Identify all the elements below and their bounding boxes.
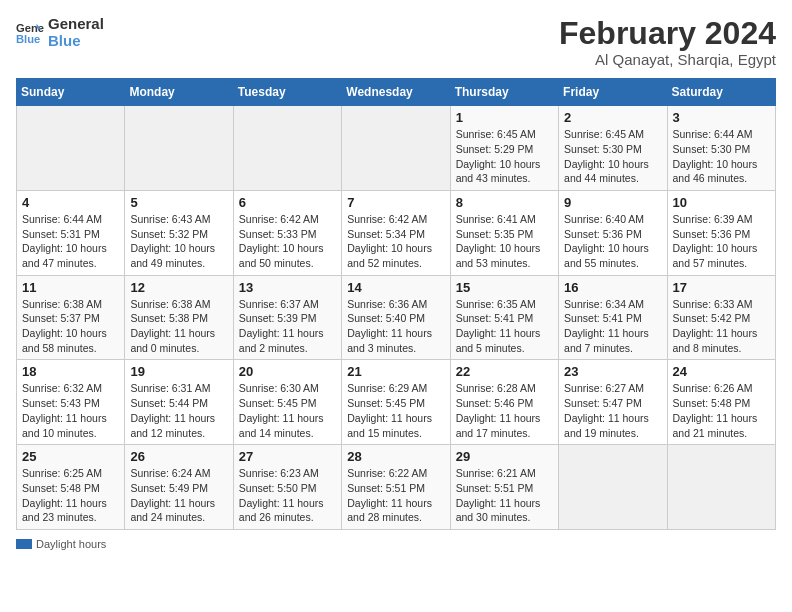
logo: General Blue General Blue <box>16 16 104 49</box>
calendar-cell: 22Sunrise: 6:28 AMSunset: 5:46 PMDayligh… <box>450 360 558 445</box>
day-info: Sunrise: 6:22 AMSunset: 5:51 PMDaylight:… <box>347 466 444 525</box>
day-info: Sunrise: 6:28 AMSunset: 5:46 PMDaylight:… <box>456 381 553 440</box>
day-number: 11 <box>22 280 119 295</box>
day-number: 29 <box>456 449 553 464</box>
day-number: 24 <box>673 364 770 379</box>
day-info: Sunrise: 6:29 AMSunset: 5:45 PMDaylight:… <box>347 381 444 440</box>
day-info: Sunrise: 6:26 AMSunset: 5:48 PMDaylight:… <box>673 381 770 440</box>
calendar-table: SundayMondayTuesdayWednesdayThursdayFrid… <box>16 78 776 530</box>
day-info: Sunrise: 6:40 AMSunset: 5:36 PMDaylight:… <box>564 212 661 271</box>
calendar-cell: 12Sunrise: 6:38 AMSunset: 5:38 PMDayligh… <box>125 275 233 360</box>
calendar-cell: 23Sunrise: 6:27 AMSunset: 5:47 PMDayligh… <box>559 360 667 445</box>
day-number: 20 <box>239 364 336 379</box>
calendar-cell: 15Sunrise: 6:35 AMSunset: 5:41 PMDayligh… <box>450 275 558 360</box>
day-number: 12 <box>130 280 227 295</box>
calendar-cell: 10Sunrise: 6:39 AMSunset: 5:36 PMDayligh… <box>667 190 775 275</box>
day-number: 25 <box>22 449 119 464</box>
calendar-cell: 4Sunrise: 6:44 AMSunset: 5:31 PMDaylight… <box>17 190 125 275</box>
day-number: 21 <box>347 364 444 379</box>
calendar-cell: 21Sunrise: 6:29 AMSunset: 5:45 PMDayligh… <box>342 360 450 445</box>
day-number: 4 <box>22 195 119 210</box>
day-info: Sunrise: 6:25 AMSunset: 5:48 PMDaylight:… <box>22 466 119 525</box>
svg-text:Blue: Blue <box>16 33 40 45</box>
day-info: Sunrise: 6:32 AMSunset: 5:43 PMDaylight:… <box>22 381 119 440</box>
calendar-cell: 8Sunrise: 6:41 AMSunset: 5:35 PMDaylight… <box>450 190 558 275</box>
day-info: Sunrise: 6:45 AMSunset: 5:29 PMDaylight:… <box>456 127 553 186</box>
day-number: 14 <box>347 280 444 295</box>
weekday-header: Monday <box>125 79 233 106</box>
calendar-cell <box>17 106 125 191</box>
calendar-cell <box>233 106 341 191</box>
day-number: 15 <box>456 280 553 295</box>
day-number: 1 <box>456 110 553 125</box>
day-number: 5 <box>130 195 227 210</box>
day-number: 26 <box>130 449 227 464</box>
legend-row: Daylight hours <box>16 538 776 550</box>
day-info: Sunrise: 6:44 AMSunset: 5:30 PMDaylight:… <box>673 127 770 186</box>
calendar-cell: 27Sunrise: 6:23 AMSunset: 5:50 PMDayligh… <box>233 445 341 530</box>
weekday-header: Sunday <box>17 79 125 106</box>
day-info: Sunrise: 6:39 AMSunset: 5:36 PMDaylight:… <box>673 212 770 271</box>
calendar-cell: 7Sunrise: 6:42 AMSunset: 5:34 PMDaylight… <box>342 190 450 275</box>
calendar-cell: 29Sunrise: 6:21 AMSunset: 5:51 PMDayligh… <box>450 445 558 530</box>
calendar-cell: 20Sunrise: 6:30 AMSunset: 5:45 PMDayligh… <box>233 360 341 445</box>
day-info: Sunrise: 6:36 AMSunset: 5:40 PMDaylight:… <box>347 297 444 356</box>
calendar-cell: 26Sunrise: 6:24 AMSunset: 5:49 PMDayligh… <box>125 445 233 530</box>
day-info: Sunrise: 6:41 AMSunset: 5:35 PMDaylight:… <box>456 212 553 271</box>
day-number: 7 <box>347 195 444 210</box>
calendar-cell <box>559 445 667 530</box>
weekday-header: Thursday <box>450 79 558 106</box>
logo-general: General <box>48 16 104 33</box>
calendar-week-row: 11Sunrise: 6:38 AMSunset: 5:37 PMDayligh… <box>17 275 776 360</box>
day-info: Sunrise: 6:24 AMSunset: 5:49 PMDaylight:… <box>130 466 227 525</box>
day-number: 6 <box>239 195 336 210</box>
calendar-week-row: 4Sunrise: 6:44 AMSunset: 5:31 PMDaylight… <box>17 190 776 275</box>
title-area: February 2024 Al Qanayat, Sharqia, Egypt <box>559 16 776 68</box>
calendar-cell <box>667 445 775 530</box>
calendar-cell: 3Sunrise: 6:44 AMSunset: 5:30 PMDaylight… <box>667 106 775 191</box>
calendar-cell: 25Sunrise: 6:25 AMSunset: 5:48 PMDayligh… <box>17 445 125 530</box>
calendar-cell: 6Sunrise: 6:42 AMSunset: 5:33 PMDaylight… <box>233 190 341 275</box>
location-title: Al Qanayat, Sharqia, Egypt <box>559 51 776 68</box>
day-info: Sunrise: 6:33 AMSunset: 5:42 PMDaylight:… <box>673 297 770 356</box>
day-info: Sunrise: 6:21 AMSunset: 5:51 PMDaylight:… <box>456 466 553 525</box>
calendar-cell: 1Sunrise: 6:45 AMSunset: 5:29 PMDaylight… <box>450 106 558 191</box>
day-number: 17 <box>673 280 770 295</box>
weekday-header: Tuesday <box>233 79 341 106</box>
day-number: 18 <box>22 364 119 379</box>
calendar-cell: 9Sunrise: 6:40 AMSunset: 5:36 PMDaylight… <box>559 190 667 275</box>
page-header: General Blue General Blue February 2024 … <box>16 16 776 68</box>
day-number: 23 <box>564 364 661 379</box>
calendar-cell: 16Sunrise: 6:34 AMSunset: 5:41 PMDayligh… <box>559 275 667 360</box>
calendar-cell <box>125 106 233 191</box>
day-info: Sunrise: 6:45 AMSunset: 5:30 PMDaylight:… <box>564 127 661 186</box>
day-number: 22 <box>456 364 553 379</box>
calendar-cell: 19Sunrise: 6:31 AMSunset: 5:44 PMDayligh… <box>125 360 233 445</box>
calendar-cell: 18Sunrise: 6:32 AMSunset: 5:43 PMDayligh… <box>17 360 125 445</box>
calendar-cell: 24Sunrise: 6:26 AMSunset: 5:48 PMDayligh… <box>667 360 775 445</box>
weekday-header: Wednesday <box>342 79 450 106</box>
day-number: 13 <box>239 280 336 295</box>
logo-icon: General Blue <box>16 19 44 47</box>
day-number: 16 <box>564 280 661 295</box>
day-info: Sunrise: 6:42 AMSunset: 5:33 PMDaylight:… <box>239 212 336 271</box>
legend-daylight-label: Daylight hours <box>36 538 106 550</box>
calendar-cell: 17Sunrise: 6:33 AMSunset: 5:42 PMDayligh… <box>667 275 775 360</box>
day-info: Sunrise: 6:34 AMSunset: 5:41 PMDaylight:… <box>564 297 661 356</box>
calendar-cell: 28Sunrise: 6:22 AMSunset: 5:51 PMDayligh… <box>342 445 450 530</box>
day-info: Sunrise: 6:35 AMSunset: 5:41 PMDaylight:… <box>456 297 553 356</box>
day-number: 9 <box>564 195 661 210</box>
day-info: Sunrise: 6:23 AMSunset: 5:50 PMDaylight:… <box>239 466 336 525</box>
calendar-cell: 14Sunrise: 6:36 AMSunset: 5:40 PMDayligh… <box>342 275 450 360</box>
weekday-header: Saturday <box>667 79 775 106</box>
month-title: February 2024 <box>559 16 776 51</box>
logo-blue: Blue <box>48 33 104 50</box>
calendar-cell: 5Sunrise: 6:43 AMSunset: 5:32 PMDaylight… <box>125 190 233 275</box>
day-info: Sunrise: 6:43 AMSunset: 5:32 PMDaylight:… <box>130 212 227 271</box>
calendar-cell: 13Sunrise: 6:37 AMSunset: 5:39 PMDayligh… <box>233 275 341 360</box>
day-info: Sunrise: 6:37 AMSunset: 5:39 PMDaylight:… <box>239 297 336 356</box>
day-number: 19 <box>130 364 227 379</box>
calendar-cell: 2Sunrise: 6:45 AMSunset: 5:30 PMDaylight… <box>559 106 667 191</box>
legend-daylight: Daylight hours <box>16 538 106 550</box>
day-info: Sunrise: 6:27 AMSunset: 5:47 PMDaylight:… <box>564 381 661 440</box>
